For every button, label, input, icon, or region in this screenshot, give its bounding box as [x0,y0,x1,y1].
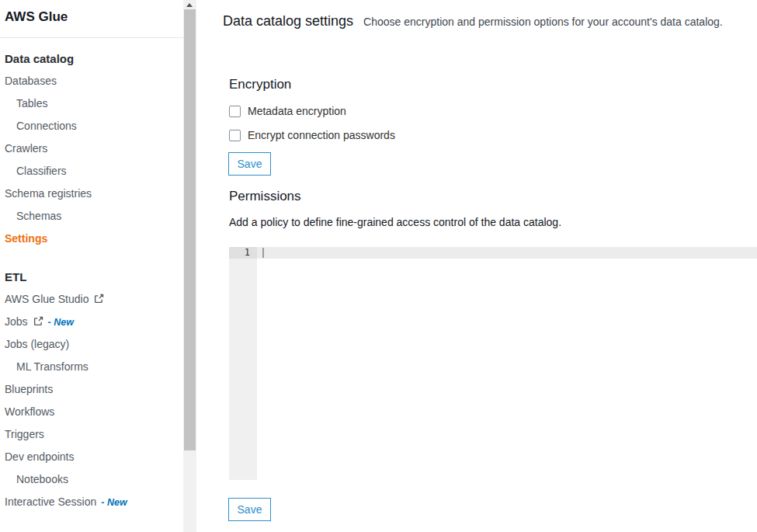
sidebar-scrollbar[interactable] [183,0,196,532]
page-subtitle: Choose encryption and permission options… [363,16,723,28]
policy-editor[interactable]: 1 [229,247,757,480]
new-badge: - New [101,497,127,508]
sidebar-item-connections[interactable]: Connections [0,115,183,137]
sidebar-item-settings[interactable]: Settings [0,228,183,250]
sidebar-item-jobs-legacy[interactable]: Jobs (legacy) [0,333,183,356]
sidebar-item-classifiers[interactable]: Classifiers [0,160,183,183]
sidebar-item-schema-registries[interactable]: Schema registries [0,183,183,205]
encryption-heading: Encryption [229,77,291,92]
sidebar-item-databases[interactable]: Databases [0,70,183,92]
scrollbar-thumb[interactable] [184,9,196,450]
new-badge: - New [48,317,74,328]
encryption-save-button[interactable]: Save [228,152,271,176]
line-number: 1 [229,247,257,259]
sidebar-item-triggers[interactable]: Triggers [0,423,183,446]
scroll-up-icon[interactable] [186,3,193,7]
sidebar-item-label: Interactive Session [5,495,96,508]
sidebar-item-workflows[interactable]: Workflows [0,401,183,423]
app-title: AWS Glue [0,0,183,38]
permissions-heading: Permissions [229,189,301,204]
encrypt-passwords-row: Encrypt connection passwords [229,129,395,141]
main-content: Data catalog settings Choose encryption … [197,0,757,532]
sidebar-item-blueprints[interactable]: Blueprints [0,378,183,401]
permissions-description: Add a policy to define fine-grained acce… [229,216,561,228]
editor-active-line[interactable] [257,247,757,259]
external-link-icon [94,289,104,311]
sidebar-nav: Data catalog Databases Tables Connection… [0,38,183,513]
sidebar-item-tables[interactable]: Tables [0,92,183,115]
sidebar-item-label: AWS Glue Studio [5,293,89,305]
sidebar-item-jobs[interactable]: Jobs- New [0,311,183,333]
sidebar: AWS Glue Data catalog Databases Tables C… [0,0,183,532]
metadata-encryption-row: Metadata encryption [229,105,346,117]
sidebar-section-etl: ETL [0,266,183,288]
encrypt-connection-passwords-checkbox[interactable] [229,130,241,141]
page-title: Data catalog settings [223,13,353,30]
permissions-save-button[interactable]: Save [228,498,271,521]
checkbox-label: Metadata encryption [248,105,346,117]
sidebar-section-data-catalog: Data catalog [0,47,183,70]
sidebar-item-ml-transforms[interactable]: ML Transforms [0,356,183,378]
sidebar-item-aws-glue-studio[interactable]: AWS Glue Studio [0,288,183,311]
editor-gutter: 1 [229,247,257,480]
checkbox-label: Encrypt connection passwords [248,129,395,141]
sidebar-item-schemas[interactable]: Schemas [0,205,183,228]
sidebar-item-crawlers[interactable]: Crawlers [0,137,183,160]
external-link-icon [33,311,43,334]
sidebar-item-notebooks[interactable]: Notebooks [0,468,183,491]
sidebar-item-dev-endpoints[interactable]: Dev endpoints [0,446,183,468]
page-header: Data catalog settings Choose encryption … [223,13,723,30]
sidebar-item-label: Jobs [5,315,28,328]
sidebar-item-interactive-session[interactable]: Interactive Session- New [0,491,183,513]
text-cursor-icon [262,248,264,258]
metadata-encryption-checkbox[interactable] [229,106,241,117]
